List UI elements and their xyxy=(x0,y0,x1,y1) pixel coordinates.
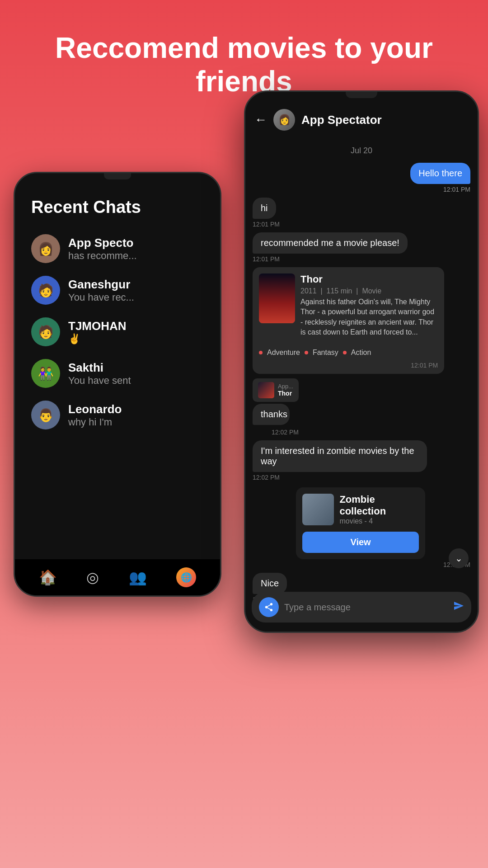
home-icon[interactable]: 🏠 xyxy=(39,569,57,586)
chat-name: Sakthi xyxy=(68,361,204,375)
message-bubble: hi xyxy=(253,198,276,219)
reply-app-label: App... xyxy=(278,383,293,390)
message-bubble: Hello there xyxy=(410,163,470,184)
genre-dot xyxy=(259,351,263,354)
list-item[interactable]: 🧑 TJMOHAN ✌ xyxy=(15,311,220,353)
message-time: 12:01 PM xyxy=(253,221,280,228)
list-item[interactable]: 👩 App Specto has recomme... xyxy=(15,228,220,269)
back-button[interactable]: ← xyxy=(254,113,267,127)
list-item[interactable]: 👫 Sakthi You have sent xyxy=(15,353,220,394)
chat-name: Ganeshgur xyxy=(68,278,204,292)
avatar: 👨 xyxy=(31,401,60,429)
movie-card: THOR Thor 2011 | 115 min | Movie Against… xyxy=(253,267,444,374)
chat-header-avatar: 👩 xyxy=(273,109,295,131)
notch-left xyxy=(104,173,131,179)
explore-icon[interactable]: ◎ xyxy=(86,569,99,586)
notch-right xyxy=(346,92,377,98)
phones-area: Recent Chats 👩 App Specto has recomme...… xyxy=(0,90,488,868)
message-bubble: recommended me a movie please! xyxy=(253,232,408,254)
scroll-down-button[interactable]: ⌄ xyxy=(449,548,469,568)
phone-left: Recent Chats 👩 App Specto has recomme...… xyxy=(14,172,221,597)
message-time: 12:02 PM xyxy=(253,429,299,436)
phone-right: ← 👩 App Spectator Jul 20 Hello there 12:… xyxy=(244,90,479,633)
chat-body: Jul 20 Hello there 12:01 PM hi 12:01 PM … xyxy=(245,139,478,632)
message-input-bar: Type a message xyxy=(252,592,471,623)
reply-card: App... Thor xyxy=(253,378,299,402)
movie-poster: THOR xyxy=(259,274,295,323)
chat-date: Jul 20 xyxy=(253,146,470,156)
genre-dot xyxy=(343,351,347,354)
genre-label: Fantasy xyxy=(313,349,338,357)
collection-card: Zombie collection movies - 4 View xyxy=(296,487,425,559)
collection-count: movies - 4 xyxy=(339,517,418,525)
reply-movie-label: Thor xyxy=(278,390,293,397)
movie-description: Against his father Odin's will, The Migh… xyxy=(300,297,438,338)
reply-thumbnail xyxy=(258,382,274,398)
message-bubble: I'm interested in zombie movies by the w… xyxy=(253,440,427,472)
list-item[interactable]: 🧑 Ganeshgur You have rec... xyxy=(15,269,220,311)
message-time: 12:01 PM xyxy=(443,186,470,193)
chat-preview: ✌ xyxy=(68,333,204,345)
list-item[interactable]: 👨 Leonardo why hi I'm xyxy=(15,394,220,436)
share-button[interactable] xyxy=(259,597,279,617)
message-input[interactable]: Type a message xyxy=(284,602,448,613)
avatar: 🧑 xyxy=(31,317,60,346)
collection-name: Zombie collection xyxy=(339,494,418,517)
chat-name: TJMOHAN xyxy=(68,319,204,333)
send-button[interactable] xyxy=(453,600,464,614)
profile-icon[interactable]: 🌐 xyxy=(176,567,196,587)
collection-thumbnail xyxy=(302,494,334,525)
chat-name: App Specto xyxy=(68,236,204,250)
chat-preview: has recomme... xyxy=(68,250,204,262)
chat-header: ← 👩 App Spectator xyxy=(245,101,478,139)
movie-genres: Adventure Fantasy Action xyxy=(253,344,444,361)
avatar: 👫 xyxy=(31,359,60,388)
friends-icon[interactable]: 👥 xyxy=(129,569,147,586)
movie-title: Thor xyxy=(300,274,438,285)
genre-dot xyxy=(305,351,308,354)
genre-label: Adventure xyxy=(267,349,300,357)
message-bubble: thanks xyxy=(253,404,290,425)
hero-title: Reccomend movies to your friends xyxy=(0,0,488,98)
chat-preview: You have sent xyxy=(68,375,204,387)
genre-label: Action xyxy=(351,349,371,357)
message-time: 12:01 PM xyxy=(253,255,280,263)
message-bubble: Nice xyxy=(253,573,287,594)
recent-chats-title: Recent Chats xyxy=(15,189,220,228)
message-time: 12:01 PM xyxy=(411,362,438,369)
avatar: 👩 xyxy=(31,234,60,263)
movie-meta: 2011 | 115 min | Movie xyxy=(300,287,438,295)
avatar: 🧑 xyxy=(31,276,60,305)
message-time: 12:02 PM xyxy=(296,561,470,568)
bottom-nav: 🏠 ◎ 👥 🌐 xyxy=(15,559,220,595)
reply-message: App... Thor thanks 12:02 PM xyxy=(253,378,299,436)
chat-preview: You have rec... xyxy=(68,292,204,303)
chat-header-name: App Spectator xyxy=(301,113,469,127)
message-time: 12:02 PM xyxy=(253,474,280,481)
chat-preview: why hi I'm xyxy=(68,416,204,428)
view-button[interactable]: View xyxy=(302,532,418,553)
chat-name: Leonardo xyxy=(68,402,204,416)
